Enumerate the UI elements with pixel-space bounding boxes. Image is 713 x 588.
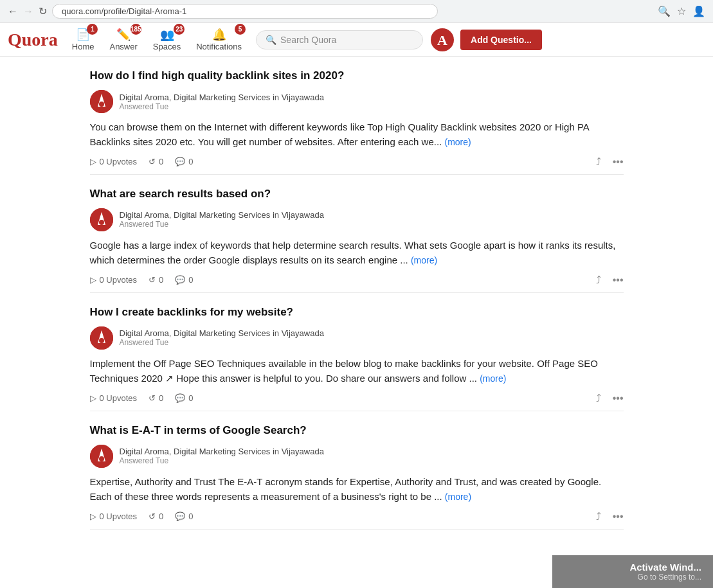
notifications-badge: 5	[235, 24, 246, 35]
answer-card-answer-4: What is E-A-T in terms of Google Search?…	[90, 411, 624, 530]
nav-notifications[interactable]: 🔔 Notifications 5	[190, 25, 248, 54]
svg-point-13	[99, 456, 104, 461]
question-title[interactable]: How I create backlinks for my website?	[90, 306, 624, 319]
nav-spaces[interactable]: 👥 Spaces 23	[147, 25, 187, 54]
browser-reload-icon[interactable]: ↻	[39, 5, 47, 17]
search-magnifier-icon: 🔍	[266, 35, 276, 45]
comment-icon: 💬	[175, 512, 185, 521]
author-name: Digital Aroma, Digital Marketing Service…	[120, 210, 324, 220]
answers-list: How do I find high quality backlink site…	[90, 57, 624, 530]
spaces-badge: 23	[174, 24, 185, 35]
reshare-icon: ↺	[149, 275, 156, 285]
comment-action[interactable]: 💬 0	[175, 512, 193, 521]
nav-answer[interactable]: ✏️ Answer 185	[103, 25, 143, 54]
browser-bar: ← → ↻ quora.com/profile/Digital-Aroma-1 …	[0, 0, 713, 23]
answer-text: Implement the Off Page SEO Techniques av…	[90, 356, 624, 386]
bookmark-icon[interactable]: ☆	[677, 5, 686, 17]
nav-notifications-label: Notifications	[196, 42, 242, 51]
upvote-count: 0 Upvotes	[100, 157, 138, 166]
author-row: Digital Aroma, Digital Marketing Service…	[90, 445, 624, 468]
bell-icon: 🔔	[212, 28, 226, 42]
comment-count: 0	[188, 393, 193, 403]
action-row: ▷ 0 Upvotes ↺ 0 💬 0 ⤴ •••	[90, 156, 624, 168]
spaces-icon: 👥	[160, 28, 174, 42]
nav-home[interactable]: 📄 Home 1	[66, 25, 101, 54]
answer-card-answer-2: What are search results based on? Digita…	[90, 175, 624, 293]
author-info: Digital Aroma, Digital Marketing Service…	[120, 93, 324, 111]
share-icon[interactable]: ⤴	[596, 393, 601, 404]
quora-a-logo: A	[431, 28, 454, 51]
upvote-action[interactable]: ▷ 0 Upvotes	[90, 393, 138, 403]
browser-icons: 🔍 ☆ 👤	[658, 5, 705, 17]
comment-icon: 💬	[175, 275, 185, 285]
more-link[interactable]: (more)	[445, 492, 471, 502]
reshare-icon: ↺	[149, 393, 156, 403]
question-title[interactable]: How do I find high quality backlink site…	[90, 69, 624, 82]
share-icon[interactable]: ⤴	[596, 511, 601, 522]
main-content: How do I find high quality backlink site…	[77, 57, 636, 530]
reshare-action[interactable]: ↺ 0	[149, 512, 163, 521]
upvote-action[interactable]: ▷ 0 Upvotes	[90, 275, 138, 285]
author-row: Digital Aroma, Digital Marketing Service…	[90, 208, 624, 231]
nav-answer-label: Answer	[109, 42, 137, 51]
more-options-icon[interactable]: •••	[613, 156, 624, 168]
search-icon[interactable]: 🔍	[658, 5, 671, 17]
author-info: Digital Aroma, Digital Marketing Service…	[120, 328, 324, 347]
share-icon[interactable]: ⤴	[596, 274, 601, 286]
comment-count: 0	[188, 512, 193, 521]
upvote-icon: ▷	[90, 393, 96, 403]
question-title[interactable]: What is E-A-T in terms of Google Search?	[90, 424, 624, 437]
reshare-count: 0	[159, 393, 163, 403]
author-avatar	[90, 208, 113, 231]
quora-logo[interactable]: Quora	[8, 30, 58, 50]
browser-forward-icon[interactable]: →	[23, 6, 33, 17]
answered-date: Answered Tue	[120, 220, 324, 229]
comment-action[interactable]: 💬 0	[175, 393, 193, 403]
author-row: Digital Aroma, Digital Marketing Service…	[90, 90, 624, 113]
reshare-action[interactable]: ↺ 0	[149, 275, 163, 285]
reshare-count: 0	[159, 157, 163, 166]
author-name: Digital Aroma, Digital Marketing Service…	[120, 93, 324, 102]
author-info: Digital Aroma, Digital Marketing Service…	[120, 447, 324, 465]
more-link[interactable]: (more)	[444, 137, 471, 147]
search-box[interactable]: 🔍 Search Quora	[256, 30, 423, 49]
comment-count: 0	[188, 275, 193, 285]
answer-card-answer-3: How I create backlinks for my website? D…	[90, 293, 624, 411]
more-options-icon[interactable]: •••	[613, 274, 624, 286]
upvote-action[interactable]: ▷ 0 Upvotes	[90, 512, 138, 521]
answered-date: Answered Tue	[120, 338, 324, 347]
reshare-action[interactable]: ↺ 0	[149, 393, 163, 403]
answer-icon: ✏️	[116, 28, 131, 42]
comment-action[interactable]: 💬 0	[175, 275, 193, 285]
reshare-count: 0	[159, 512, 163, 521]
upvote-icon: ▷	[90, 275, 96, 285]
answer-text: Expertise, Authority and Trust The E-A-T…	[90, 474, 624, 504]
action-row: ▷ 0 Upvotes ↺ 0 💬 0 ⤴ •••	[90, 274, 624, 286]
answer-card-answer-1: How do I find high quality backlink site…	[90, 57, 624, 175]
profile-icon[interactable]: 👤	[692, 5, 705, 17]
reshare-count: 0	[159, 275, 163, 285]
url-bar[interactable]: quora.com/profile/Digital-Aroma-1	[52, 4, 438, 19]
add-question-button[interactable]: Add Questio...	[460, 30, 542, 50]
reshare-action[interactable]: ↺ 0	[149, 157, 163, 166]
comment-count: 0	[188, 157, 193, 166]
browser-back-icon[interactable]: ←	[8, 6, 18, 17]
action-row: ▷ 0 Upvotes ↺ 0 💬 0 ⤴ •••	[90, 511, 624, 522]
comment-icon: 💬	[175, 393, 185, 403]
upvote-action[interactable]: ▷ 0 Upvotes	[90, 157, 138, 166]
answer-text: You can browse them on the Internet with…	[90, 120, 624, 150]
author-name: Digital Aroma, Digital Marketing Service…	[120, 447, 324, 456]
author-row: Digital Aroma, Digital Marketing Service…	[90, 326, 624, 350]
more-link[interactable]: (more)	[411, 255, 437, 265]
comment-icon: 💬	[175, 157, 185, 166]
more-options-icon[interactable]: •••	[613, 393, 624, 404]
author-name: Digital Aroma, Digital Marketing Service…	[120, 328, 324, 338]
share-icon[interactable]: ⤴	[596, 156, 601, 168]
more-options-icon[interactable]: •••	[613, 511, 624, 522]
comment-action[interactable]: 💬 0	[175, 157, 193, 166]
upvote-icon: ▷	[90, 157, 96, 166]
question-title[interactable]: What are search results based on?	[90, 188, 624, 200]
answered-date: Answered Tue	[120, 102, 324, 111]
answer-text: Google has a large index of keywords tha…	[90, 238, 624, 268]
more-link[interactable]: (more)	[480, 373, 506, 384]
